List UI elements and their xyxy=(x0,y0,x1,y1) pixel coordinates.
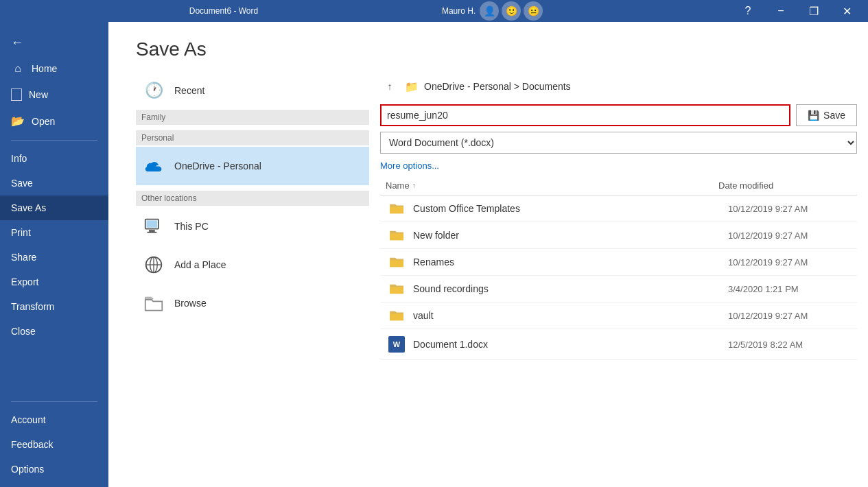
profile-icon[interactable]: 👤 xyxy=(480,1,499,21)
content-area: Save As 🕐 Recent Family Personal xyxy=(108,22,868,487)
sidebar-item-new[interactable]: New xyxy=(0,82,108,108)
table-row[interactable]: vault 10/12/2019 9:27 AM xyxy=(380,302,857,329)
sidebar-item-open[interactable]: 📂 Open xyxy=(0,108,108,134)
titlebar-icons: 👤 🙂 😐 xyxy=(480,1,543,21)
location-item-add-place[interactable]: Add a Place xyxy=(136,246,369,284)
file-name: Custom Office Templates xyxy=(413,203,728,214)
new-icon xyxy=(11,88,22,101)
this-pc-label: This PC xyxy=(174,221,209,232)
sidebar-item-label: Print xyxy=(11,227,31,238)
locations-panel: 🕐 Recent Family Personal OneDrive - Pers… xyxy=(108,71,369,487)
table-row[interactable]: Renames 10/12/2019 9:27 AM xyxy=(380,249,857,276)
app-body: ← ⌂ Home New 📂 Open Info xyxy=(0,22,868,487)
folder-icon xyxy=(386,229,408,241)
file-date: 10/12/2019 9:27 AM xyxy=(728,230,852,241)
sidebar-item-label: Export xyxy=(11,276,38,287)
titlebar: Document6 - Word Mauro H. 👤 🙂 😐 ? − ❐ ✕ xyxy=(0,0,868,22)
sidebar-item-save[interactable]: Save xyxy=(0,171,108,195)
file-name: Sound recordings xyxy=(413,283,728,294)
folder-icon xyxy=(386,283,408,295)
sidebar-item-label: Save As xyxy=(11,202,46,213)
save-button[interactable]: 💾 Save xyxy=(796,104,857,126)
titlebar-user-area: Mauro H. 👤 🙂 😐 xyxy=(442,1,543,21)
table-row[interactable]: Sound recordings 3/4/2020 1:21 PM xyxy=(380,276,857,302)
face-icon[interactable]: 😐 xyxy=(524,1,543,21)
back-icon: ← xyxy=(11,36,23,50)
sidebar-divider-1 xyxy=(11,140,97,141)
close-button[interactable]: ✕ xyxy=(831,0,863,22)
sidebar-item-options[interactable]: Options xyxy=(0,457,108,482)
add-place-icon xyxy=(141,252,166,277)
save-icon: 💾 xyxy=(808,110,819,121)
file-browser: ↑ 📁 OneDrive - Personal > Documents 💾 Sa… xyxy=(369,71,868,487)
table-row[interactable]: W Document 1.docx 12/5/2019 8:22 AM xyxy=(380,329,857,360)
sidebar-item-save-as[interactable]: Save As xyxy=(0,195,108,220)
home-icon: ⌂ xyxy=(11,62,25,75)
sidebar-top: ← ⌂ Home New 📂 Open Info xyxy=(0,22,108,352)
file-list-wrapper: Custom Office Templates 10/12/2019 9:27 … xyxy=(380,195,857,482)
help-button[interactable]: ? xyxy=(732,0,764,22)
filetype-select[interactable]: Word Document (*.docx) Word 97-2003 Docu… xyxy=(380,132,857,154)
sort-icon: ↑ xyxy=(412,182,416,189)
content-header: Save As xyxy=(108,22,868,71)
sidebar-item-label: Transform xyxy=(11,301,54,312)
filename-input[interactable] xyxy=(380,104,790,126)
sidebar-item-transform[interactable]: Transform xyxy=(0,294,108,319)
location-item-this-pc[interactable]: This PC xyxy=(136,207,369,246)
file-date: 10/12/2019 9:27 AM xyxy=(728,311,852,321)
svg-rect-1 xyxy=(149,230,155,232)
save-label: Save xyxy=(823,110,845,121)
browse-icon xyxy=(141,291,166,316)
location-label: Recent xyxy=(174,85,204,96)
sidebar-item-export[interactable]: Export xyxy=(0,270,108,294)
titlebar-username: Mauro H. xyxy=(442,6,476,16)
location-item-recent[interactable]: 🕐 Recent xyxy=(136,71,369,110)
emoji-icon[interactable]: 🙂 xyxy=(502,1,521,21)
location-item-browse[interactable]: Browse xyxy=(136,284,369,322)
sidebar-item-label: Info xyxy=(11,153,27,164)
sidebar-item-share[interactable]: Share xyxy=(0,245,108,270)
file-list-header: Name ↑ Date modified xyxy=(380,176,857,195)
sidebar-item-label: Home xyxy=(32,63,57,74)
add-place-label: Add a Place xyxy=(174,259,226,270)
sidebar-item-close[interactable]: Close xyxy=(0,319,108,344)
up-button[interactable]: ↑ xyxy=(380,77,399,96)
sidebar-item-home[interactable]: ⌂ Home xyxy=(0,56,108,82)
recent-icon: 🕐 xyxy=(141,78,166,103)
sidebar-item-label: Open xyxy=(32,116,55,127)
file-name: Renames xyxy=(413,257,728,268)
folder-icon xyxy=(386,309,408,322)
folder-icon xyxy=(386,202,408,215)
save-area: 🕐 Recent Family Personal OneDrive - Pers… xyxy=(108,71,868,487)
file-date: 12/5/2019 8:22 AM xyxy=(728,340,852,350)
restore-button[interactable]: ❐ xyxy=(798,0,830,22)
more-options-link[interactable]: More options... xyxy=(380,159,857,176)
svg-rect-2 xyxy=(147,232,156,233)
section-label-personal: Personal xyxy=(136,130,369,145)
file-name: New folder xyxy=(413,230,728,241)
sidebar-item-label: Save xyxy=(11,178,33,189)
file-name: vault xyxy=(413,310,728,321)
col-name-header[interactable]: Name ↑ xyxy=(386,180,718,191)
window-controls: ? − ❐ ✕ xyxy=(732,0,863,22)
table-row[interactable]: New folder 10/12/2019 9:27 AM xyxy=(380,222,857,249)
this-pc-icon xyxy=(141,214,166,239)
sidebar-item-info[interactable]: Info xyxy=(0,146,108,171)
sidebar-bottom: Account Feedback Options xyxy=(0,396,108,487)
file-name: Document 1.docx xyxy=(413,339,728,350)
open-icon: 📂 xyxy=(11,115,25,128)
minimize-button[interactable]: − xyxy=(765,0,797,22)
table-row[interactable]: Custom Office Templates 10/12/2019 9:27 … xyxy=(380,195,857,222)
breadcrumb-bar: ↑ 📁 OneDrive - Personal > Documents xyxy=(380,77,857,96)
sidebar-item-feedback[interactable]: Feedback xyxy=(0,432,108,457)
file-date: 3/4/2020 1:21 PM xyxy=(728,284,852,294)
location-item-onedrive-personal[interactable]: OneDrive - Personal xyxy=(136,147,369,185)
col-date-header: Date modified xyxy=(718,180,842,191)
sidebar-item-account[interactable]: Account xyxy=(0,407,108,432)
sidebar-item-print[interactable]: Print xyxy=(0,220,108,245)
back-button[interactable]: ← xyxy=(0,30,108,56)
page-title: Save As xyxy=(136,38,841,60)
sidebar-menu: Info Save Save As Print Share Export xyxy=(0,146,108,344)
file-date: 10/12/2019 9:27 AM xyxy=(728,257,852,268)
file-list: Custom Office Templates 10/12/2019 9:27 … xyxy=(380,195,857,482)
